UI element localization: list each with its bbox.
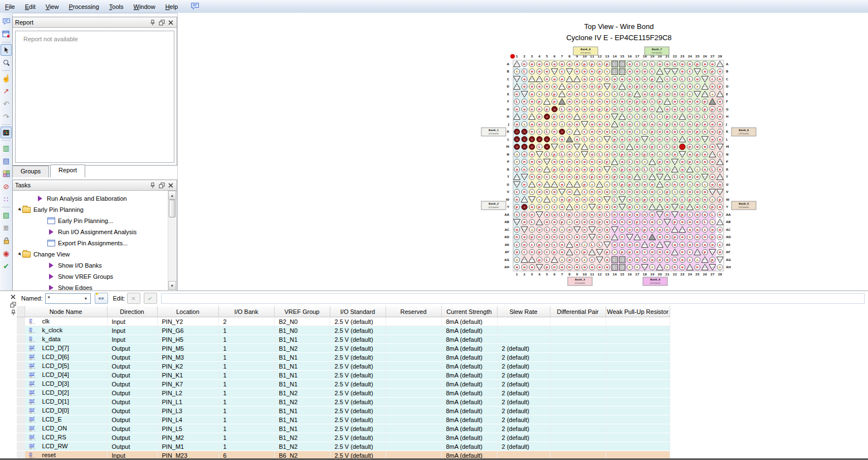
cell-node-name[interactable]: in▭→k_clock (25, 326, 107, 335)
cell-io-bank[interactable]: 1 (218, 415, 274, 424)
table-row[interactable]: out▭→LCD_D[6]OutputPIN_M31B1_N12.5 V (de… (17, 353, 670, 362)
cell-io-standard[interactable]: 2.5 V (default) (330, 344, 386, 353)
close-icon[interactable] (167, 182, 174, 189)
row-gutter[interactable] (17, 406, 25, 415)
task-item[interactable]: ▶Early Pin Planning (13, 204, 168, 215)
cell-differential-pair[interactable] (550, 398, 606, 406)
cell-differential-pair[interactable] (550, 362, 606, 371)
cell-location[interactable]: PIN_K7 (157, 380, 218, 389)
pin-legend-icon[interactable]: ▥ (1, 142, 12, 154)
notes-icon[interactable] (1, 16, 12, 27)
cell-reserved[interactable] (386, 371, 441, 380)
cell-reserved[interactable] (386, 389, 441, 398)
cell-direction[interactable]: Output (107, 353, 157, 362)
cell-current-strength[interactable]: 8mA (default) (441, 353, 497, 362)
cell-vref-group[interactable]: B1_N1 (274, 406, 330, 415)
cell-location[interactable]: PIN_K1 (157, 371, 218, 380)
column-header[interactable]: Location (157, 306, 218, 317)
column-header[interactable]: Direction (107, 306, 157, 317)
cell-direction[interactable]: Output (107, 398, 157, 406)
cell-node-name[interactable]: out▭→LCD_E (25, 415, 107, 424)
io-banks-icon[interactable] (1, 168, 12, 180)
cell-weak-pullup[interactable] (606, 362, 670, 371)
cell-vref-group[interactable]: B1_N1 (274, 415, 330, 424)
cell-direction[interactable]: Output (107, 362, 157, 371)
menu-help[interactable]: Help (160, 2, 183, 12)
cell-io-bank[interactable]: 1 (218, 389, 274, 398)
cell-io-bank[interactable]: 1 (218, 362, 274, 371)
cell-node-name[interactable]: out▭→LCD_D[3] (25, 380, 107, 389)
cell-slew-rate[interactable]: 2 (default) (497, 406, 550, 415)
cell-location[interactable]: PIN_Y2 (157, 317, 218, 326)
report-list-icon[interactable]: ▤ (1, 155, 12, 167)
task-item[interactable]: Export Pin Assignments... (13, 238, 168, 249)
row-gutter[interactable] (17, 362, 25, 371)
cell-node-name[interactable]: in▭→k_data (25, 335, 107, 344)
cell-current-strength[interactable]: 8mA (default) (441, 398, 497, 406)
cell-differential-pair[interactable] (550, 371, 606, 380)
row-gutter[interactable] (17, 389, 25, 398)
redo-icon[interactable]: ↷ (1, 111, 12, 123)
row-gutter[interactable] (17, 398, 25, 406)
chip-view-icon[interactable] (1, 127, 12, 138)
cell-differential-pair[interactable] (550, 317, 606, 326)
cell-location[interactable]: PIN_L3 (157, 406, 218, 415)
cell-differential-pair[interactable] (550, 335, 606, 344)
task-item[interactable]: Run I/O Assignment Analysis (13, 226, 168, 238)
column-header[interactable]: Weak Pull-Up Resistor (606, 306, 670, 317)
row-gutter[interactable] (17, 326, 25, 335)
cell-weak-pullup[interactable] (606, 317, 670, 326)
cell-direction[interactable]: Output (107, 389, 157, 398)
float-icon[interactable] (9, 301, 17, 308)
tasks-scrollbar[interactable]: ▲ ▼ (168, 191, 176, 290)
scroll-down-icon[interactable]: ▼ (168, 281, 176, 290)
filter-wizard-button[interactable]: «» (95, 293, 108, 304)
cell-direction[interactable]: Output (107, 442, 157, 451)
cell-direction[interactable]: Input (107, 335, 157, 344)
cell-location[interactable]: PIN_G6 (157, 326, 218, 335)
cell-io-standard[interactable]: 2.5 V (default) (330, 389, 386, 398)
task-item[interactable]: Show Edges (13, 282, 168, 290)
cell-io-bank[interactable]: 1 (218, 326, 274, 335)
edit-cancel-button[interactable]: ✕ (127, 293, 140, 304)
cell-vref-group[interactable]: B1_N2 (274, 344, 330, 353)
column-header[interactable]: Slew Rate (497, 306, 550, 317)
tab-groups[interactable]: Groups (12, 166, 49, 177)
cell-reserved[interactable] (386, 317, 441, 326)
cell-reserved[interactable] (386, 344, 441, 353)
cell-slew-rate[interactable] (497, 317, 550, 326)
cell-reserved[interactable] (386, 406, 441, 415)
cell-slew-rate[interactable]: 2 (default) (497, 380, 550, 389)
cell-node-name[interactable]: out▭→LCD_D[6] (25, 353, 107, 362)
cell-location[interactable]: PIN_H5 (157, 335, 218, 344)
scrollbar-thumb[interactable] (169, 200, 175, 217)
edit-accept-button[interactable]: ✔ (144, 293, 157, 304)
cell-io-standard[interactable]: 2.5 V (default) (330, 398, 386, 406)
table-row[interactable]: in▭→k_dataInputPIN_H51B1_N12.5 V (defaul… (17, 335, 670, 344)
row-gutter[interactable] (17, 442, 25, 451)
cell-slew-rate[interactable]: 2 (default) (497, 344, 550, 353)
column-header[interactable]: I/O Standard (330, 306, 386, 317)
no-assignment-icon[interactable]: ⊘ (1, 181, 12, 192)
cell-weak-pullup[interactable] (606, 424, 670, 433)
commit-icon[interactable]: ✔ (1, 260, 12, 272)
cell-weak-pullup[interactable] (606, 398, 670, 406)
world-icon[interactable]: ◉ (1, 248, 12, 259)
cell-io-bank[interactable]: 1 (218, 442, 274, 451)
cell-differential-pair[interactable] (550, 389, 606, 398)
cell-direction[interactable]: Input (107, 317, 157, 326)
cell-location[interactable]: PIN_M3 (157, 353, 218, 362)
package-diagram[interactable]: 1122334455667788991010111112121313141415… (480, 46, 758, 294)
cell-io-standard[interactable]: 2.5 V (default) (330, 415, 386, 424)
zoom-tool-icon[interactable] (1, 57, 12, 69)
cell-io-bank[interactable]: 1 (218, 335, 274, 344)
cell-location[interactable]: PIN_L2 (157, 389, 218, 398)
cell-direction[interactable]: Output (107, 371, 157, 380)
menu-view[interactable]: View (41, 2, 64, 12)
table-row[interactable]: out▭→LCD_D[2]OutputPIN_L21B1_N22.5 V (de… (17, 389, 670, 398)
cell-slew-rate[interactable]: 2 (default) (497, 415, 550, 424)
cell-io-standard[interactable]: 2.5 V (default) (330, 362, 386, 371)
whats-this-icon[interactable] (191, 2, 199, 11)
cell-io-bank[interactable]: 2 (218, 317, 274, 326)
cell-direction[interactable]: Output (107, 344, 157, 353)
